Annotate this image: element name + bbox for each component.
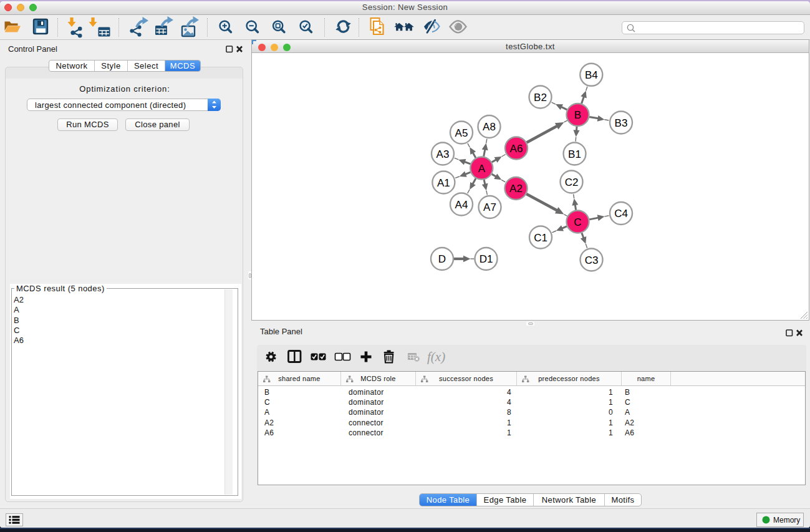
svg-text:C3: C3 bbox=[585, 254, 599, 266]
svg-text:D: D bbox=[438, 253, 446, 265]
svg-text:A8: A8 bbox=[483, 121, 496, 133]
svg-text:B1: B1 bbox=[568, 148, 581, 160]
svg-text:A3: A3 bbox=[436, 148, 450, 160]
svg-text:A7: A7 bbox=[483, 201, 496, 213]
svg-text:C: C bbox=[574, 216, 581, 228]
svg-text:C2: C2 bbox=[565, 177, 579, 188]
svg-text:A4: A4 bbox=[455, 199, 468, 211]
svg-text:A1: A1 bbox=[437, 177, 450, 189]
svg-text:B4: B4 bbox=[585, 69, 598, 81]
svg-text:A: A bbox=[478, 163, 486, 175]
svg-text:A6: A6 bbox=[510, 143, 523, 155]
svg-text:A5: A5 bbox=[455, 127, 468, 139]
svg-text:C1: C1 bbox=[534, 232, 547, 244]
svg-text:B2: B2 bbox=[534, 92, 547, 104]
svg-text:B3: B3 bbox=[615, 117, 628, 129]
svg-text:A2: A2 bbox=[509, 183, 523, 195]
svg-text:f(x): f(x) bbox=[427, 349, 445, 364]
svg-text:D1: D1 bbox=[480, 253, 493, 265]
svg-text:B: B bbox=[574, 109, 581, 121]
svg-text:C4: C4 bbox=[614, 208, 628, 220]
